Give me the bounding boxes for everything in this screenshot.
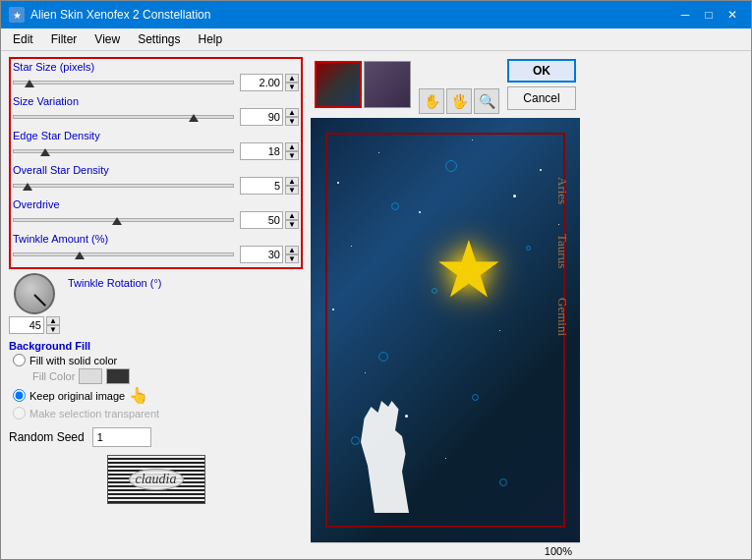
- overall-density-up[interactable]: ▲: [285, 177, 299, 186]
- twinkle-rotation-dial[interactable]: [14, 273, 55, 314]
- thumb-inner: [317, 63, 360, 106]
- overdrive-slider-thumb[interactable]: [112, 217, 122, 225]
- menu-filter[interactable]: Filter: [43, 30, 86, 48]
- hand-icon: 👆: [129, 386, 148, 405]
- close-button[interactable]: ✕: [722, 6, 743, 24]
- fill-color-label: Fill Color: [32, 370, 75, 382]
- edge-density-number-row: ▲ ▼: [240, 142, 299, 160]
- menu-bar: Edit Filter View Settings Help: [1, 28, 751, 51]
- right-content: ✋ 🖐 🔍 OK Cancel: [311, 51, 580, 559]
- overdrive-spin: ▲ ▼: [285, 211, 299, 229]
- content-area: Star Size (pixels) ▲ ▼: [1, 51, 751, 559]
- twinkle-amount-slider-track[interactable]: [13, 252, 234, 256]
- make-selection-radio[interactable]: [13, 407, 26, 420]
- background-fill-section: Background Fill Fill with solid color Fi…: [9, 340, 303, 420]
- edge-density-down[interactable]: ▼: [285, 151, 299, 160]
- overall-density-label: Overall Star Density: [13, 164, 299, 176]
- dial-sub: ▲ ▼: [9, 316, 60, 334]
- overall-density-slider-thumb[interactable]: [23, 183, 32, 191]
- main-preview: ★ Aries Taurus Gemini: [311, 118, 580, 542]
- parameters-group: Star Size (pixels) ▲ ▼: [9, 57, 303, 269]
- overall-density-slider-track[interactable]: [13, 184, 234, 188]
- keep-original-radio[interactable]: [13, 389, 26, 402]
- overdrive-label: Overdrive: [13, 198, 299, 210]
- overdrive-down[interactable]: ▼: [285, 220, 299, 229]
- logo-text: claudia: [129, 469, 184, 490]
- background-fill-label: Background Fill: [9, 340, 303, 352]
- size-variation-slider-track[interactable]: [13, 115, 234, 119]
- menu-settings[interactable]: Settings: [130, 30, 188, 48]
- size-variation-slider-thumb[interactable]: [189, 114, 199, 122]
- left-panel: Star Size (pixels) ▲ ▼: [1, 51, 311, 559]
- overdrive-input[interactable]: [240, 211, 283, 229]
- thumb2-inner: [365, 62, 410, 107]
- edge-density-spin: ▲ ▼: [285, 142, 299, 160]
- make-selection-label: Make selection transparent: [29, 408, 159, 420]
- menu-help[interactable]: Help: [191, 30, 231, 48]
- preview-thumb-2[interactable]: [364, 61, 411, 108]
- star-size-slider-thumb[interactable]: [25, 80, 34, 87]
- preview-thumb-active[interactable]: [315, 61, 362, 108]
- star-size-down[interactable]: ▼: [285, 83, 299, 91]
- edge-density-slider-track[interactable]: [13, 149, 234, 153]
- ok-cancel-buttons: OK Cancel: [507, 59, 576, 110]
- hand-tool-icon[interactable]: 🖐: [446, 88, 472, 114]
- twinkle-amount-down[interactable]: ▼: [285, 254, 299, 263]
- twinkle-rotation-section: ▲ ▼ Twinkle Rotation (°): [9, 273, 303, 334]
- random-seed-row: Random Seed: [9, 427, 303, 447]
- right-image-preview: ★ Aries Taurus Gemini: [311, 118, 580, 542]
- main-window: ★ Alien Skin Xenofex 2 Constellation ─ □…: [0, 0, 752, 560]
- ok-button[interactable]: OK: [507, 59, 576, 83]
- logo-area: claudia: [9, 455, 303, 504]
- dial-container: ▲ ▼: [9, 273, 60, 334]
- title-bar-controls: ─ □ ✕: [674, 6, 743, 24]
- minimize-button[interactable]: ─: [674, 6, 696, 24]
- twinkle-amount-input[interactable]: [240, 246, 283, 263]
- fill-color-row: Fill Color: [32, 368, 303, 384]
- edge-density-row: Edge Star Density ▲ ▼: [13, 130, 299, 160]
- fill-solid-radio[interactable]: [13, 354, 26, 366]
- menu-edit[interactable]: Edit: [5, 30, 41, 48]
- star-size-row: Star Size (pixels) ▲ ▼: [13, 61, 299, 91]
- cancel-button[interactable]: Cancel: [507, 86, 576, 110]
- twinkle-rotation-down[interactable]: ▼: [46, 325, 60, 334]
- size-variation-input[interactable]: [240, 108, 283, 126]
- twinkle-rotation-spin: ▲ ▼: [46, 316, 60, 334]
- fill-color-swatch-light[interactable]: [79, 368, 102, 384]
- zoom-tool-icon[interactable]: 🔍: [474, 88, 499, 114]
- overdrive-up[interactable]: ▲: [285, 211, 299, 220]
- pan-tool-icon[interactable]: ✋: [419, 88, 444, 114]
- edge-density-slider-thumb[interactable]: [40, 148, 50, 156]
- twinkle-amount-slider-thumb[interactable]: [75, 252, 85, 259]
- size-variation-down[interactable]: ▼: [285, 117, 299, 126]
- random-seed-input[interactable]: [92, 427, 151, 447]
- maximize-button[interactable]: □: [698, 6, 720, 24]
- fill-color-swatch-dark[interactable]: [106, 368, 130, 384]
- twinkle-amount-spin: ▲ ▼: [285, 246, 299, 263]
- star-size-number-row: ▲ ▼: [240, 74, 299, 91]
- edge-density-input[interactable]: [240, 142, 283, 160]
- overdrive-slider-track[interactable]: [13, 218, 234, 222]
- twinkle-rotation-up[interactable]: ▲: [46, 316, 60, 325]
- zoom-level: 100%: [545, 545, 572, 557]
- right-header: ✋ 🖐 🔍 OK Cancel: [311, 51, 580, 118]
- overall-density-input[interactable]: [240, 177, 283, 195]
- preview-thumbnails: [315, 61, 411, 108]
- overall-density-spin: ▲ ▼: [285, 177, 299, 195]
- random-seed-label: Random Seed: [9, 430, 85, 444]
- claudia-logo: claudia: [107, 455, 205, 504]
- overall-density-down[interactable]: ▼: [285, 186, 299, 195]
- twinkle-amount-up[interactable]: ▲: [285, 246, 299, 254]
- twinkle-amount-label: Twinkle Amount (%): [13, 233, 299, 245]
- size-variation-up[interactable]: ▲: [285, 108, 299, 117]
- star-size-slider-track[interactable]: [13, 81, 234, 84]
- fill-solid-row: Fill with solid color: [13, 354, 303, 366]
- twinkle-rotation-input[interactable]: [9, 316, 44, 334]
- overdrive-number-row: ▲ ▼: [240, 211, 299, 229]
- edge-density-up[interactable]: ▲: [285, 142, 299, 151]
- menu-view[interactable]: View: [87, 30, 128, 48]
- star-size-input[interactable]: [240, 74, 283, 91]
- star-size-up[interactable]: ▲: [285, 74, 299, 83]
- star-size-label: Star Size (pixels): [13, 61, 299, 73]
- keep-original-label: Keep original image: [29, 390, 125, 402]
